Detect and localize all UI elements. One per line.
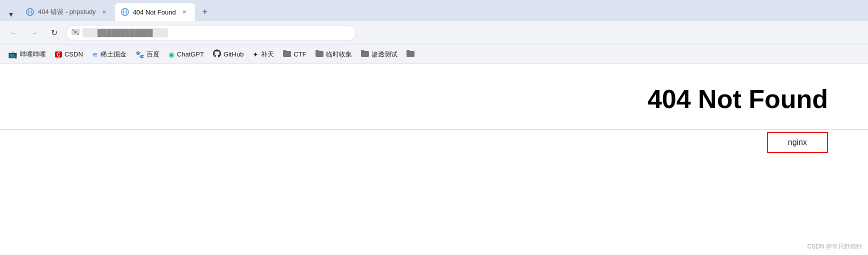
tab-2-icon [121, 8, 129, 16]
bookmark-overflow[interactable] [402, 48, 418, 60]
csdn-icon: C [55, 52, 62, 58]
tab-2[interactable]: 404 Not Found × [115, 3, 195, 21]
bookmarks-bar: 📺 哔哩哔哩 C CSDN ≋ 稀土掘金 🐾 百度 ◉ ChatGPT [0, 45, 868, 64]
watermark: CSDN @半只野指针 [807, 242, 862, 251]
server-label: nginx [767, 132, 828, 153]
back-button[interactable]: ← [6, 25, 22, 41]
baidu-label: 百度 [146, 50, 160, 59]
bookmark-chatgpt[interactable]: ◉ ChatGPT [164, 48, 208, 60]
bookmark-github[interactable]: GitHub [209, 48, 248, 61]
chatgpt-label: ChatGPT [177, 50, 204, 58]
tab-bar: ▾ 404 错误 - phpstudy × [0, 0, 868, 21]
new-tab-button[interactable]: + [197, 4, 213, 20]
juejin-label: 稀土掘金 [100, 50, 126, 59]
github-icon [213, 50, 221, 59]
butian-label: 补天 [261, 50, 274, 59]
tab-2-close[interactable]: × [180, 8, 189, 16]
butian-icon: ✦ [252, 50, 258, 58]
github-label: GitHub [224, 50, 244, 58]
forward-button[interactable]: → [26, 25, 42, 41]
folder-temp-icon [316, 50, 324, 58]
bookmark-butian[interactable]: ✦ 补天 [248, 48, 278, 61]
folder-ctf-icon [283, 50, 291, 58]
toolbar: ← → ↻ ████████████ [0, 21, 868, 45]
svg-point-6 [74, 31, 76, 33]
bilibili-label: 哔哩哔哩 [20, 50, 46, 59]
page-content: 404 Not Found nginx CSDN @半只野指针 [0, 64, 868, 255]
tab-1-close[interactable]: × [100, 8, 109, 16]
tab-1-icon [26, 8, 34, 16]
address-text: ████████████ [82, 28, 168, 38]
bookmark-baidu[interactable]: 🐾 百度 [132, 48, 164, 61]
csdn-label: CSDN [64, 50, 83, 58]
bookmark-csdn[interactable]: C CSDN [51, 48, 87, 60]
folder-pentest-icon [361, 50, 369, 58]
chatgpt-icon: ◉ [168, 50, 174, 58]
browser-frame: ▾ 404 错误 - phpstudy × [0, 0, 868, 255]
bookmark-ctf[interactable]: CTF [279, 48, 310, 60]
bookmark-bilibili[interactable]: 📺 哔哩哔哩 [4, 48, 50, 61]
bilibili-icon: 📺 [8, 50, 18, 59]
pentest-label: 渗透测试 [372, 50, 398, 59]
divider [0, 129, 868, 130]
reload-button[interactable]: ↻ [46, 25, 62, 41]
tab-dropdown-button[interactable]: ▾ [4, 7, 18, 21]
page-title: 404 Not Found [648, 84, 828, 114]
tune-icon [72, 28, 80, 38]
juejin-icon: ≋ [92, 50, 98, 58]
bookmark-juejin[interactable]: ≋ 稀土掘金 [88, 48, 130, 61]
baidu-icon: 🐾 [136, 50, 144, 58]
folder-overflow-icon [406, 50, 414, 58]
tab-2-title: 404 Not Found [133, 8, 176, 16]
ctf-label: CTF [294, 50, 306, 58]
address-bar[interactable]: ████████████ [66, 25, 356, 41]
tab-1-title: 404 错误 - phpstudy [38, 8, 96, 16]
bookmark-pentest[interactable]: 渗透测试 [357, 48, 402, 61]
tab-1[interactable]: 404 错误 - phpstudy × [20, 3, 115, 21]
bookmark-temp[interactable]: 临时收集 [312, 48, 356, 61]
temp-label: 临时收集 [326, 50, 352, 59]
tab-bar-left: ▾ [4, 7, 18, 21]
